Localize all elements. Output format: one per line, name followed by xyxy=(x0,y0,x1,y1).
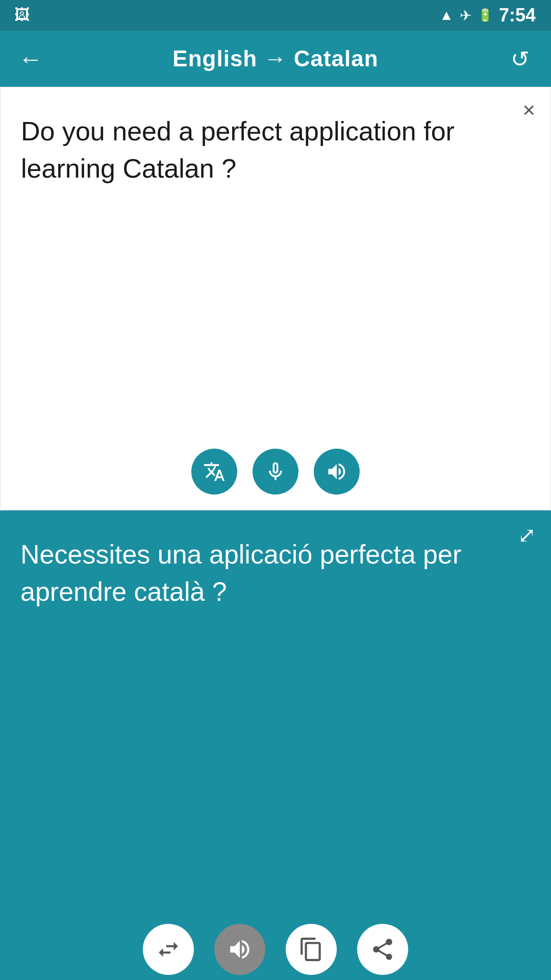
status-time: 7:54 xyxy=(499,5,536,26)
back-arrow-icon: ← xyxy=(18,45,43,73)
copy-button[interactable] xyxy=(286,924,337,975)
status-bar: 🖼 ▲ ✈ 🔋 7:54 xyxy=(0,0,551,31)
source-panel: × Do you need a perfect application for … xyxy=(0,87,551,510)
bottom-bar xyxy=(0,919,551,980)
language-pair-title: English → Catalan xyxy=(172,46,378,71)
image-icon: 🖼 xyxy=(14,6,30,23)
translated-text: Necessites una aplicació perfecta per ap… xyxy=(20,536,531,610)
translation-panel: ⤢ Necessites una aplicació perfecta per … xyxy=(0,510,551,980)
speaker-button-source[interactable] xyxy=(314,449,360,495)
swap-languages-button[interactable] xyxy=(143,924,194,975)
battery-icon: 🔋 xyxy=(478,8,493,22)
history-button[interactable]: ↺ xyxy=(505,43,536,74)
speaker-button-translation[interactable] xyxy=(214,924,265,975)
clear-button[interactable]: × xyxy=(522,100,535,121)
source-text[interactable]: Do you need a perfect application for le… xyxy=(21,113,530,187)
expand-button[interactable]: ⤢ xyxy=(518,523,536,548)
share-button[interactable] xyxy=(357,924,408,975)
history-icon: ↺ xyxy=(511,46,530,72)
wifi-icon: ▲ xyxy=(439,7,454,23)
translate-icon-button[interactable] xyxy=(191,449,237,495)
back-button[interactable]: ← xyxy=(15,43,46,74)
top-bar: ← English → Catalan ↺ xyxy=(0,31,551,87)
source-actions xyxy=(1,449,550,495)
microphone-button[interactable] xyxy=(253,449,298,495)
airplane-icon: ✈ xyxy=(460,7,471,24)
